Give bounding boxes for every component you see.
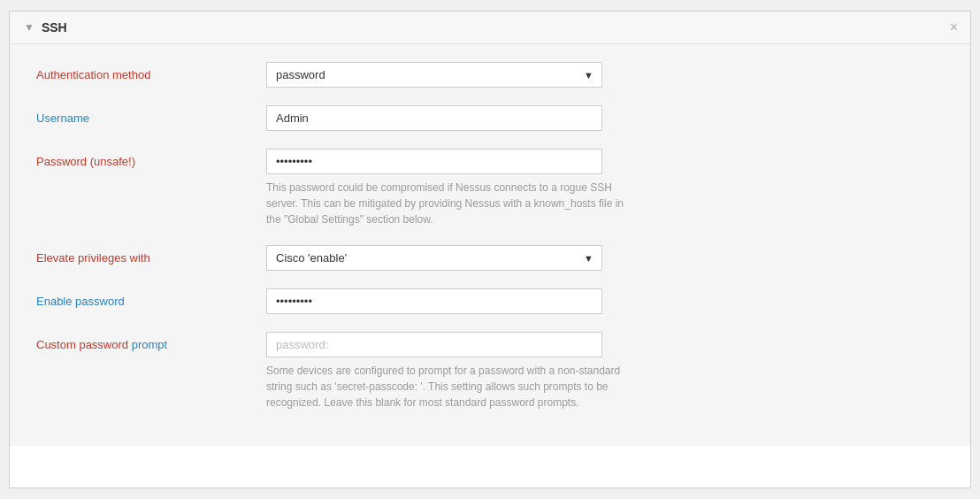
password-unsafe-label: Password (unsafe!) xyxy=(36,149,266,168)
elevate-privileges-label: Elevate privileges with xyxy=(36,245,266,265)
custom-password-prompt-hint: Some devices are configured to prompt fo… xyxy=(266,363,638,411)
panel-header: ▼ SSH × xyxy=(10,12,970,44)
custom-password-prompt-control: Some devices are configured to prompt fo… xyxy=(266,332,638,411)
custom-password-prompt-label-highlight: prompt xyxy=(132,338,167,351)
custom-password-prompt-input[interactable] xyxy=(266,332,602,357)
elevate-privileges-select[interactable]: Nothing sudo su su+sudo Cisco 'enable' d… xyxy=(266,245,602,271)
username-input[interactable] xyxy=(266,105,602,131)
elevate-privileges-control: Nothing sudo su su+sudo Cisco 'enable' d… xyxy=(266,245,638,271)
auth-method-label: Authentication method xyxy=(36,62,266,81)
enable-password-label: Enable password xyxy=(36,288,266,308)
username-label: Username xyxy=(36,105,266,125)
auth-method-select-wrapper: password public key certificate Kerberos… xyxy=(266,62,602,88)
custom-password-prompt-label: Custom password prompt xyxy=(36,332,266,351)
ssh-panel: ▼ SSH × Authentication method password p… xyxy=(9,11,971,488)
enable-password-row: Enable password xyxy=(36,288,944,314)
password-unsafe-input[interactable] xyxy=(266,149,602,174)
username-control xyxy=(266,105,638,131)
password-unsafe-hint: This password could be compromised if Ne… xyxy=(266,180,638,227)
password-unsafe-control: This password could be compromised if Ne… xyxy=(266,149,638,227)
chevron-down-icon: ▼ xyxy=(24,21,34,34)
custom-password-prompt-row: Custom password prompt Some devices are … xyxy=(36,332,944,411)
auth-method-control: password public key certificate Kerberos… xyxy=(266,62,638,88)
elevate-privileges-row: Elevate privileges with Nothing sudo su … xyxy=(36,245,944,271)
panel-body: Authentication method password public ke… xyxy=(10,44,970,446)
auth-method-select[interactable]: password public key certificate Kerberos xyxy=(266,62,602,88)
password-unsafe-row: Password (unsafe!) This password could b… xyxy=(36,149,944,227)
enable-password-control xyxy=(266,288,638,314)
auth-method-row: Authentication method password public ke… xyxy=(36,62,944,88)
panel-title: SSH xyxy=(42,20,67,35)
elevate-privileges-select-wrapper: Nothing sudo su su+sudo Cisco 'enable' d… xyxy=(266,245,602,271)
enable-password-input[interactable] xyxy=(266,288,602,314)
username-row: Username xyxy=(36,105,944,131)
close-button[interactable]: × xyxy=(950,20,958,35)
